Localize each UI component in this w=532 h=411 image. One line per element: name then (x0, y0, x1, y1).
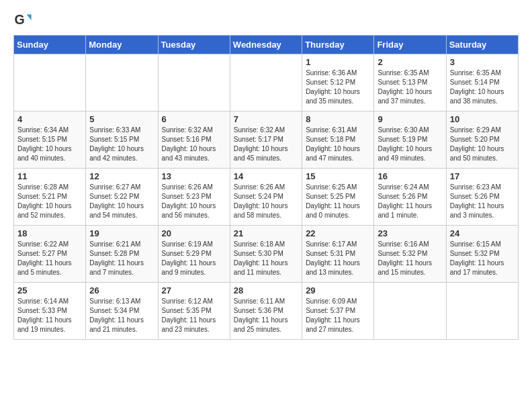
calendar-cell: 25Sunrise: 6:14 AM Sunset: 5:33 PM Dayli… (14, 283, 86, 340)
calendar-cell (446, 283, 518, 340)
weekday-header-tuesday: Tuesday (158, 36, 230, 54)
calendar-week-row: 4Sunrise: 6:34 AM Sunset: 5:15 PM Daylig… (14, 111, 519, 169)
day-number: 15 (306, 171, 370, 181)
day-info: Sunrise: 6:18 AM Sunset: 5:30 PM Dayligh… (234, 240, 298, 277)
calendar-cell (158, 54, 230, 111)
day-info: Sunrise: 6:14 AM Sunset: 5:33 PM Dayligh… (17, 297, 82, 334)
day-number: 12 (89, 171, 154, 181)
day-info: Sunrise: 6:29 AM Sunset: 5:20 PM Dayligh… (450, 126, 515, 163)
calendar-cell (230, 54, 302, 111)
day-info: Sunrise: 6:35 AM Sunset: 5:14 PM Dayligh… (450, 68, 515, 106)
day-number: 19 (89, 228, 154, 238)
calendar-cell: 16Sunrise: 6:24 AM Sunset: 5:26 PM Dayli… (374, 169, 446, 226)
calendar-cell: 26Sunrise: 6:13 AM Sunset: 5:34 PM Dayli… (86, 283, 158, 340)
day-info: Sunrise: 6:21 AM Sunset: 5:28 PM Dayligh… (89, 240, 154, 277)
calendar-cell: 5Sunrise: 6:33 AM Sunset: 5:15 PM Daylig… (86, 111, 158, 169)
calendar-cell: 15Sunrise: 6:25 AM Sunset: 5:25 PM Dayli… (302, 169, 374, 226)
day-number: 27 (162, 285, 226, 295)
day-info: Sunrise: 6:09 AM Sunset: 5:37 PM Dayligh… (306, 297, 370, 334)
weekday-header-saturday: Saturday (446, 36, 518, 54)
day-info: Sunrise: 6:30 AM Sunset: 5:19 PM Dayligh… (378, 126, 442, 163)
calendar-cell: 10Sunrise: 6:29 AM Sunset: 5:20 PM Dayli… (446, 111, 518, 169)
calendar-cell: 28Sunrise: 6:11 AM Sunset: 5:36 PM Dayli… (230, 283, 302, 340)
calendar-week-row: 18Sunrise: 6:22 AM Sunset: 5:27 PM Dayli… (14, 226, 519, 283)
day-number: 26 (89, 285, 154, 295)
weekday-header-wednesday: Wednesday (230, 36, 302, 54)
calendar-cell: 2Sunrise: 6:35 AM Sunset: 5:13 PM Daylig… (374, 54, 446, 111)
day-number: 23 (378, 228, 442, 238)
day-info: Sunrise: 6:22 AM Sunset: 5:27 PM Dayligh… (17, 240, 82, 277)
day-info: Sunrise: 6:26 AM Sunset: 5:23 PM Dayligh… (162, 183, 226, 220)
day-number: 17 (450, 171, 515, 181)
day-info: Sunrise: 6:26 AM Sunset: 5:24 PM Dayligh… (234, 183, 298, 220)
logo: G (13, 11, 35, 30)
weekday-header-row: SundayMondayTuesdayWednesdayThursdayFrid… (14, 36, 519, 54)
calendar-cell: 3Sunrise: 6:35 AM Sunset: 5:14 PM Daylig… (446, 54, 518, 111)
day-number: 14 (234, 171, 298, 181)
day-number: 10 (450, 114, 515, 124)
calendar-week-row: 1Sunrise: 6:36 AM Sunset: 5:12 PM Daylig… (14, 54, 519, 111)
calendar-cell: 8Sunrise: 6:31 AM Sunset: 5:18 PM Daylig… (302, 111, 374, 169)
day-number: 24 (450, 228, 515, 238)
day-number: 3 (450, 57, 515, 67)
calendar-cell (374, 283, 446, 340)
calendar-cell: 1Sunrise: 6:36 AM Sunset: 5:12 PM Daylig… (302, 54, 374, 111)
calendar-cell (14, 54, 86, 111)
calendar-cell (86, 54, 158, 111)
day-number: 1 (306, 57, 370, 67)
day-info: Sunrise: 6:11 AM Sunset: 5:36 PM Dayligh… (234, 297, 298, 334)
weekday-header-thursday: Thursday (302, 36, 374, 54)
day-number: 4 (17, 114, 82, 124)
svg-text:G: G (14, 12, 24, 27)
calendar-cell: 12Sunrise: 6:27 AM Sunset: 5:22 PM Dayli… (86, 169, 158, 226)
day-info: Sunrise: 6:28 AM Sunset: 5:21 PM Dayligh… (17, 183, 82, 220)
day-number: 18 (17, 228, 82, 238)
day-number: 20 (162, 228, 226, 238)
day-number: 28 (234, 285, 298, 295)
calendar-cell: 4Sunrise: 6:34 AM Sunset: 5:15 PM Daylig… (14, 111, 86, 169)
day-number: 9 (378, 114, 442, 124)
day-number: 21 (234, 228, 298, 238)
day-info: Sunrise: 6:32 AM Sunset: 5:16 PM Dayligh… (162, 126, 226, 163)
svg-marker-1 (27, 15, 32, 20)
calendar-cell: 17Sunrise: 6:23 AM Sunset: 5:26 PM Dayli… (446, 169, 518, 226)
day-info: Sunrise: 6:32 AM Sunset: 5:17 PM Dayligh… (234, 126, 298, 163)
day-info: Sunrise: 6:24 AM Sunset: 5:26 PM Dayligh… (378, 183, 442, 220)
day-info: Sunrise: 6:27 AM Sunset: 5:22 PM Dayligh… (89, 183, 154, 220)
day-info: Sunrise: 6:33 AM Sunset: 5:15 PM Dayligh… (89, 126, 154, 163)
weekday-header-monday: Monday (86, 36, 158, 54)
calendar-cell: 9Sunrise: 6:30 AM Sunset: 5:19 PM Daylig… (374, 111, 446, 169)
day-info: Sunrise: 6:15 AM Sunset: 5:32 PM Dayligh… (450, 240, 515, 277)
day-number: 6 (162, 114, 226, 124)
calendar-cell: 29Sunrise: 6:09 AM Sunset: 5:37 PM Dayli… (302, 283, 374, 340)
day-info: Sunrise: 6:34 AM Sunset: 5:15 PM Dayligh… (17, 126, 82, 163)
calendar-cell: 27Sunrise: 6:12 AM Sunset: 5:35 PM Dayli… (158, 283, 230, 340)
day-number: 2 (378, 57, 442, 67)
calendar-cell: 13Sunrise: 6:26 AM Sunset: 5:23 PM Dayli… (158, 169, 230, 226)
day-info: Sunrise: 6:16 AM Sunset: 5:32 PM Dayligh… (378, 240, 442, 277)
calendar-cell: 7Sunrise: 6:32 AM Sunset: 5:17 PM Daylig… (230, 111, 302, 169)
calendar-cell: 18Sunrise: 6:22 AM Sunset: 5:27 PM Dayli… (14, 226, 86, 283)
calendar-cell: 14Sunrise: 6:26 AM Sunset: 5:24 PM Dayli… (230, 169, 302, 226)
day-info: Sunrise: 6:12 AM Sunset: 5:35 PM Dayligh… (162, 297, 226, 334)
calendar-cell: 19Sunrise: 6:21 AM Sunset: 5:28 PM Dayli… (86, 226, 158, 283)
calendar-cell: 22Sunrise: 6:17 AM Sunset: 5:31 PM Dayli… (302, 226, 374, 283)
calendar-cell: 21Sunrise: 6:18 AM Sunset: 5:30 PM Dayli… (230, 226, 302, 283)
calendar-cell: 11Sunrise: 6:28 AM Sunset: 5:21 PM Dayli… (14, 169, 86, 226)
day-info: Sunrise: 6:35 AM Sunset: 5:13 PM Dayligh… (378, 68, 442, 106)
logo-icon: G (13, 11, 32, 30)
day-number: 5 (89, 114, 154, 124)
calendar-week-row: 25Sunrise: 6:14 AM Sunset: 5:33 PM Dayli… (14, 283, 519, 340)
calendar-cell: 20Sunrise: 6:19 AM Sunset: 5:29 PM Dayli… (158, 226, 230, 283)
day-info: Sunrise: 6:19 AM Sunset: 5:29 PM Dayligh… (162, 240, 226, 277)
weekday-header-sunday: Sunday (14, 36, 86, 54)
calendar-cell: 23Sunrise: 6:16 AM Sunset: 5:32 PM Dayli… (374, 226, 446, 283)
day-number: 29 (306, 285, 370, 295)
calendar-table: SundayMondayTuesdayWednesdayThursdayFrid… (13, 35, 519, 340)
day-number: 13 (162, 171, 226, 181)
day-info: Sunrise: 6:31 AM Sunset: 5:18 PM Dayligh… (306, 126, 370, 163)
day-info: Sunrise: 6:13 AM Sunset: 5:34 PM Dayligh… (89, 297, 154, 334)
day-number: 8 (306, 114, 370, 124)
day-number: 7 (234, 114, 298, 124)
calendar-cell: 24Sunrise: 6:15 AM Sunset: 5:32 PM Dayli… (446, 226, 518, 283)
